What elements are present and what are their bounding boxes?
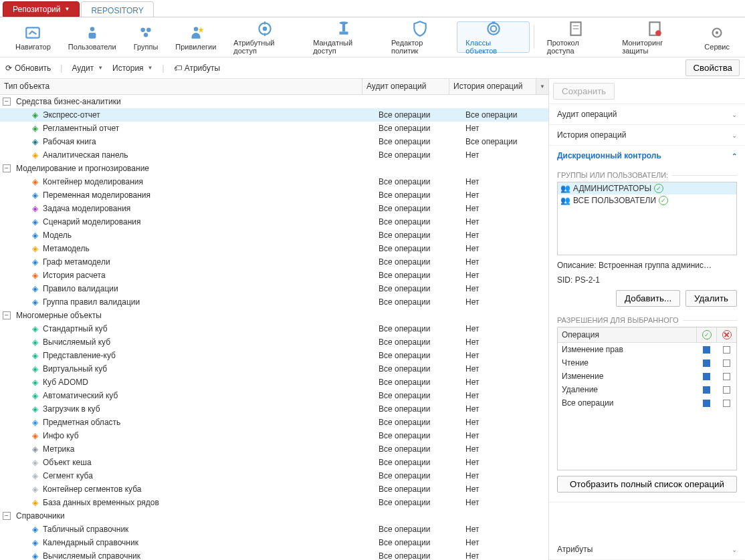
toolbar-attr[interactable]: Атрибутный доступ bbox=[225, 21, 304, 53]
tree-row[interactable]: ◈Правило валидацииВсе операцииНет bbox=[0, 282, 548, 295]
history-dropdown[interactable]: История bbox=[112, 63, 152, 73]
tree-row[interactable]: ◈Представление-кубВсе операцииНет bbox=[0, 349, 548, 362]
tree-row[interactable]: ◈Сценарий моделированияВсе операцииНет bbox=[0, 215, 548, 229]
toolbar-mon[interactable]: Мониторинг защиты bbox=[613, 21, 696, 53]
allow-checkbox[interactable] bbox=[703, 373, 710, 380]
tree-row[interactable]: ◈История расчетаВсе операцииНет bbox=[0, 269, 548, 282]
tree-row[interactable]: ◈Автоматический кубВсе операцииНет bbox=[0, 389, 548, 402]
deny-checkbox[interactable] bbox=[723, 373, 730, 380]
col-header-audit[interactable]: Аудит операций bbox=[362, 79, 449, 94]
tree-row[interactable]: ◈Сегмент кубаВсе операцииНет bbox=[0, 469, 548, 482]
tree-row[interactable]: ◈Виртуальный кубВсе операцииНет bbox=[0, 362, 548, 376]
allow-checkbox[interactable] bbox=[703, 400, 710, 407]
tree-row[interactable]: ◈Табличный справочникВсе операцииНет bbox=[0, 523, 548, 536]
expand-toggle[interactable] bbox=[3, 164, 11, 172]
tree-row[interactable]: ◈Контейнер моделированияВсе операцииНет bbox=[0, 175, 548, 188]
tree-row[interactable]: ◈Стандартный кубВсе операцииНет bbox=[0, 322, 548, 335]
group-row[interactable]: Справочники bbox=[0, 509, 548, 523]
tree-row[interactable]: ◈Загрузчик в кубВсе операцииНет bbox=[0, 402, 548, 416]
expand-toggle[interactable] bbox=[3, 512, 11, 520]
properties-button[interactable]: Свойства bbox=[685, 59, 740, 76]
refresh-button[interactable]: ⟳ Обновить bbox=[5, 63, 51, 73]
tree-row[interactable]: ◈Предметная областьВсе операцииНет bbox=[0, 416, 548, 429]
tree-row[interactable]: ◈Вычисляемый кубВсе операцииНет bbox=[0, 335, 548, 349]
expand-toggle[interactable] bbox=[3, 98, 11, 106]
object-type-icon: ◈ bbox=[29, 150, 40, 160]
allow-checkbox[interactable] bbox=[703, 386, 710, 394]
toolbar-nav[interactable]: Навигатор bbox=[7, 21, 60, 53]
toolbar-mand[interactable]: Мандатный доступ bbox=[304, 21, 383, 53]
tree-row[interactable]: ◈Рабочая книгаВсе операцииВсе операции bbox=[0, 135, 548, 148]
deny-checkbox[interactable] bbox=[723, 400, 730, 407]
tree-row[interactable]: ◈МетамодельВсе операцииНет bbox=[0, 242, 548, 255]
group-row[interactable]: Средства бизнес-аналитики bbox=[0, 95, 548, 108]
tree-row[interactable]: ◈Регламентный отчетВсе операцииНет bbox=[0, 122, 548, 135]
toolbar-groups[interactable]: Группы bbox=[125, 21, 167, 53]
user-row[interactable]: 👥ВСЕ ПОЛЬЗОВАТЕЛИ✓ bbox=[558, 194, 736, 206]
group-row[interactable]: Многомерные объекты bbox=[0, 309, 548, 322]
deny-checkbox[interactable] bbox=[723, 386, 730, 394]
col-menu-button[interactable]: ▼ bbox=[536, 79, 548, 94]
acc-attributes[interactable]: Атрибуты ⌄ bbox=[549, 539, 745, 559]
object-type-icon: ◈ bbox=[29, 470, 40, 481]
cell-history: Нет bbox=[461, 257, 548, 267]
acc-history-ops[interactable]: История операций ⌄ bbox=[549, 125, 745, 145]
row-label: Регламентный отчет bbox=[43, 124, 119, 133]
priv-icon bbox=[187, 23, 205, 41]
tree-row[interactable]: ◈Куб ADOMDВсе операцииНет bbox=[0, 376, 548, 389]
toolbar-svc[interactable]: Сервис bbox=[696, 21, 738, 53]
group-row[interactable]: Моделирование и прогнозирование bbox=[0, 162, 548, 175]
toolbar-label: Сервис bbox=[704, 43, 730, 51]
users-list[interactable]: 👥АДМИНИСТРАТОРЫ✓👥ВСЕ ПОЛЬЗОВАТЕЛИ✓ bbox=[557, 182, 737, 255]
refresh-icon: ⟳ bbox=[5, 63, 12, 73]
repository-dropdown[interactable]: Репозиторий bbox=[3, 1, 80, 17]
add-button[interactable]: Добавить... bbox=[616, 290, 680, 307]
deny-checkbox[interactable] bbox=[723, 346, 730, 354]
tree-row[interactable]: ◈Переменная моделированияВсе операцииНет bbox=[0, 188, 548, 202]
svg-point-5 bbox=[144, 33, 148, 37]
row-label: Модель bbox=[43, 231, 72, 240]
tree-row[interactable]: ◈МетрикаВсе операцииНет bbox=[0, 442, 548, 456]
chevron-down-icon: ▼ bbox=[540, 84, 545, 90]
allow-checkbox[interactable] bbox=[703, 360, 710, 367]
deny-icon bbox=[722, 330, 732, 339]
col-header-type[interactable]: Тип объекта bbox=[0, 79, 362, 94]
toolbar-proto[interactable]: Протокол доступа bbox=[538, 21, 613, 53]
tree-row[interactable]: ◈Календарный справочникВсе операцииНет bbox=[0, 536, 548, 549]
audit-dropdown[interactable]: Аудит bbox=[72, 63, 103, 73]
tab-repository[interactable]: REPOSITORY bbox=[81, 1, 153, 17]
toolbar-users[interactable]: Пользователи bbox=[60, 21, 125, 53]
tree-row[interactable]: ◈МодельВсе операцииНет bbox=[0, 229, 548, 242]
attributes-button[interactable]: 🏷 Атрибуты bbox=[174, 63, 220, 73]
cell-audit: Все операции bbox=[375, 444, 461, 454]
cell-history: Нет bbox=[461, 324, 548, 333]
object-type-icon: ◈ bbox=[29, 297, 40, 307]
tree-row[interactable]: ◈Группа правил валидацииВсе операцииНет bbox=[0, 295, 548, 309]
svg-point-3 bbox=[140, 27, 145, 32]
user-row[interactable]: 👥АДМИНИСТРАТОРЫ✓ bbox=[558, 182, 736, 194]
tree-row[interactable]: ◈Граф метамоделиВсе операцииНет bbox=[0, 255, 548, 269]
expand-toggle[interactable] bbox=[3, 311, 11, 319]
delete-button[interactable]: Удалить bbox=[685, 290, 737, 307]
svg-point-21 bbox=[655, 30, 661, 36]
tree-row[interactable]: ◈Вычисляемый справочникВсе операцииНет bbox=[0, 549, 548, 560]
tree-row[interactable]: ◈Аналитическая панельВсе операцииНет bbox=[0, 148, 548, 162]
toolbar-pol[interactable]: Редактор политик bbox=[383, 21, 457, 53]
row-label: Группа правил валидации bbox=[43, 297, 140, 307]
tree-row[interactable]: ◈Инфо кубВсе операцииНет bbox=[0, 429, 548, 442]
tree-row[interactable]: ◈Задача моделированияВсе операцииНет bbox=[0, 202, 548, 215]
show-full-list-button[interactable]: Отобразить полный список операций bbox=[557, 476, 737, 493]
tree-row[interactable]: ◈Объект кешаВсе операцииНет bbox=[0, 456, 548, 469]
group-icon: 👥 bbox=[560, 184, 570, 193]
object-type-icon: ◈ bbox=[29, 257, 40, 267]
allow-checkbox[interactable] bbox=[703, 346, 710, 354]
acc-discretionary[interactable]: Дискреционный контроль ⌃ bbox=[549, 146, 745, 166]
tree-row[interactable]: ◈Экспресс-отчетВсе операцииВсе операции bbox=[0, 108, 548, 122]
col-header-history[interactable]: История операций bbox=[449, 79, 536, 94]
tree-row[interactable]: ◈База данных временных рядовВсе операции… bbox=[0, 496, 548, 509]
deny-checkbox[interactable] bbox=[723, 360, 730, 367]
toolbar-class[interactable]: Классы объектов bbox=[457, 21, 529, 53]
toolbar-priv[interactable]: Привилегии bbox=[167, 21, 225, 53]
tree-row[interactable]: ◈Контейнер сегментов кубаВсе операцииНет bbox=[0, 482, 548, 496]
acc-audit-ops[interactable]: Аудит операций ⌄ bbox=[549, 104, 745, 124]
